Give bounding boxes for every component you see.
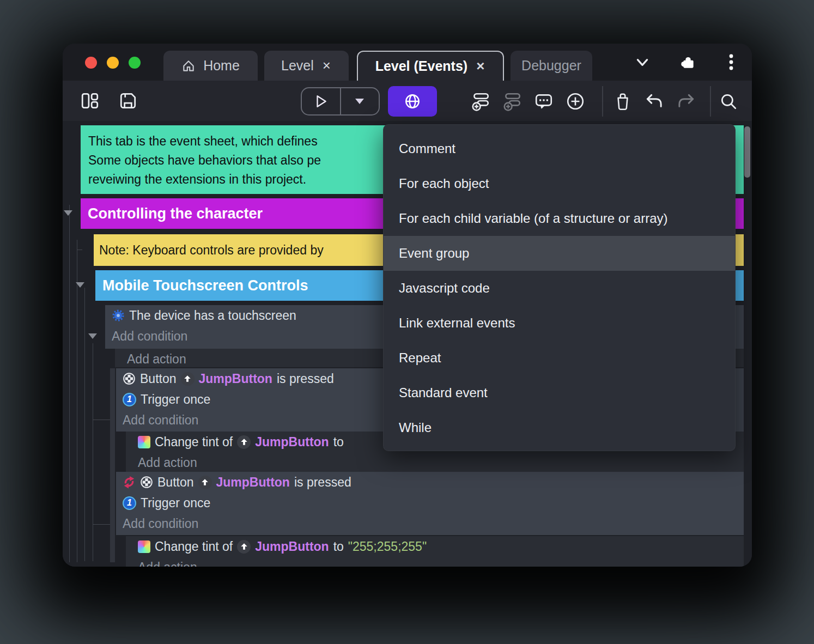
menu-item-standard-event[interactable]: Standard event <box>384 375 735 410</box>
menu-item-for-each-child-variable[interactable]: For each child variable (of a structure … <box>384 201 735 236</box>
condition-text[interactable]: The device has a touchscreen <box>129 308 296 323</box>
close-icon[interactable]: × <box>321 57 332 74</box>
collapse-arrow-icon[interactable] <box>88 333 97 339</box>
gear-icon <box>112 309 125 322</box>
add-action-link[interactable]: Add action <box>138 560 197 567</box>
menu-item-event-group[interactable]: Event group <box>384 236 735 271</box>
event-jumpbutton-2-actions[interactable]: Change tint of JumpButton to "255;255;25… <box>126 536 744 567</box>
add-condition-link[interactable]: Add condition <box>112 329 187 344</box>
tab-home[interactable]: Home <box>163 51 258 81</box>
minimize-window-button[interactable] <box>107 57 119 69</box>
condition-text[interactable]: Button <box>157 475 194 490</box>
group-title: Mobile Touchscreen Controls <box>102 277 308 294</box>
app-window: Home Level × Level (Events) × Debugger <box>63 44 752 567</box>
condition-text[interactable]: is pressed <box>277 372 334 386</box>
more-options-kebab-button[interactable] <box>728 53 734 72</box>
trigger-once-icon: 1 <box>123 496 136 510</box>
trigger-once-icon: 1 <box>123 393 136 406</box>
tab-list-chevron-button[interactable] <box>635 54 650 70</box>
condition-text[interactable]: Button <box>140 372 177 386</box>
add-condition-link[interactable]: Add condition <box>123 413 198 428</box>
delete-button[interactable] <box>611 87 635 116</box>
toggle-panel-layout-button[interactable] <box>78 86 102 116</box>
action-text[interactable]: Change tint of <box>155 539 233 554</box>
tab-label: Level <box>281 58 314 74</box>
group-title: Controlling the character <box>88 205 263 222</box>
add-action-link[interactable]: Add action <box>127 352 186 367</box>
note-text: Note: Keyboard controls are provided by <box>99 243 324 258</box>
action-text[interactable]: to <box>333 435 344 449</box>
condition-text[interactable]: Trigger once <box>141 496 210 511</box>
indent-guide <box>77 240 77 562</box>
jumpbutton-object-icon <box>198 476 212 489</box>
jumpbutton-object-icon <box>237 435 251 449</box>
tab-label: Home <box>203 58 240 74</box>
add-condition-link[interactable]: Add condition <box>123 517 198 531</box>
search-button[interactable] <box>716 87 740 116</box>
maximize-window-button[interactable] <box>129 57 141 69</box>
close-window-button[interactable] <box>85 57 97 69</box>
object-name[interactable]: JumpButton <box>255 539 329 554</box>
save-button[interactable] <box>116 86 140 116</box>
undo-button[interactable] <box>642 87 666 116</box>
add-action-link[interactable]: Add action <box>138 455 197 470</box>
tint-palette-icon <box>138 540 150 553</box>
indent-guide <box>84 288 85 561</box>
event-jumpbutton-pressed-2[interactable]: Button JumpButton is pressed 1 Trigger o… <box>116 472 744 535</box>
action-text[interactable]: to <box>333 539 344 554</box>
preview-button-group <box>301 87 380 116</box>
add-event-context-menu: Comment For each object For each child v… <box>383 124 736 451</box>
redo-button[interactable] <box>674 87 698 116</box>
object-name[interactable]: JumpButton <box>216 475 290 490</box>
collapse-arrow-icon[interactable] <box>64 210 72 216</box>
menu-item-while[interactable]: While <box>384 410 735 445</box>
network-preview-button[interactable] <box>388 86 437 117</box>
gamepad-button-icon <box>123 372 136 385</box>
preview-options-dropdown[interactable] <box>341 88 379 114</box>
tab-debugger[interactable]: Debugger <box>511 51 592 81</box>
tint-palette-icon <box>138 436 150 448</box>
titlebar: Home Level × Level (Events) × Debugger <box>63 44 752 81</box>
indent-tick <box>93 524 110 525</box>
tab-label: Level (Events) <box>375 58 468 74</box>
play-preview-button[interactable] <box>302 88 340 114</box>
tab-level[interactable]: Level × <box>264 51 349 81</box>
indent-tick <box>93 420 110 420</box>
object-name[interactable]: JumpButton <box>255 435 329 449</box>
indent-tick <box>77 250 82 250</box>
subevent-rail <box>110 368 115 562</box>
gamepad-button-icon <box>140 476 153 489</box>
close-icon[interactable]: × <box>475 58 485 75</box>
menu-item-link-external-events[interactable]: Link external events <box>384 306 735 341</box>
tint-value[interactable]: "255;255;255" <box>348 539 427 554</box>
action-text[interactable]: Change tint of <box>155 435 233 449</box>
condition-text[interactable]: Trigger once <box>141 392 210 407</box>
menu-item-for-each-object[interactable]: For each object <box>384 166 735 201</box>
tab-level-events[interactable]: Level (Events) × <box>357 51 504 81</box>
menu-item-javascript-code[interactable]: Javascript code <box>384 271 735 306</box>
condition-text[interactable]: is pressed <box>294 475 351 490</box>
scrollbar-thumb[interactable] <box>744 126 750 178</box>
menu-item-comment[interactable]: Comment <box>384 131 735 166</box>
extensions-puzzle-icon[interactable] <box>680 54 696 71</box>
jumpbutton-object-icon <box>181 372 195 386</box>
add-subevent-button[interactable] <box>500 87 524 116</box>
add-comment-button[interactable] <box>532 87 556 116</box>
menu-item-repeat[interactable]: Repeat <box>384 341 735 375</box>
object-name[interactable]: JumpButton <box>199 372 272 386</box>
tab-label: Debugger <box>521 58 581 74</box>
add-circle-button[interactable] <box>563 87 587 116</box>
invert-condition-icon <box>123 476 136 489</box>
collapse-arrow-icon[interactable] <box>76 282 84 288</box>
add-event-button[interactable] <box>469 87 493 116</box>
jumpbutton-object-icon <box>237 540 251 554</box>
indent-guide <box>69 205 70 562</box>
toolbar <box>63 81 752 121</box>
globe-icon <box>404 93 421 110</box>
indent-guide <box>93 343 93 561</box>
home-icon <box>181 59 196 73</box>
